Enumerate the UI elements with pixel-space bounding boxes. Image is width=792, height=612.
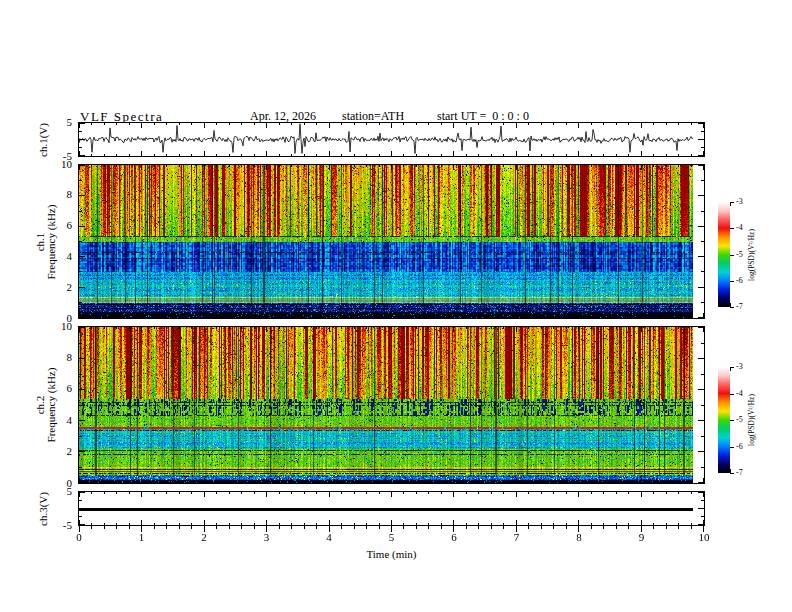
y-tick-label: 10: [38, 320, 72, 332]
x-tick-label: 0: [67, 531, 91, 543]
ch1-colorbar-gradient: [718, 202, 730, 307]
ch2-spectrogram-panel: [78, 326, 705, 484]
colorbar-end-tick: [730, 469, 731, 473]
colorbar-tick-label: -7: [736, 302, 743, 311]
colorbar-tick-label: -5: [736, 415, 743, 424]
x-tick-label: 3: [255, 531, 279, 543]
colorbar-tick-label: -5: [736, 250, 743, 259]
y-tick-label: 2: [38, 445, 72, 457]
x-tick-label: 2: [192, 531, 216, 543]
y-tick-label: 6: [38, 382, 72, 394]
y-tick-label: 8: [38, 188, 72, 200]
colorbar-end-tick: [730, 303, 731, 307]
ch2-colorbar-axis-label: log(PSD)(V²/Hz): [747, 375, 757, 465]
ch1-spectrogram-panel: [78, 164, 705, 319]
colorbar-tick: [730, 394, 734, 395]
x-tick-label: 10: [692, 531, 716, 543]
ch1-spectrogram-canvas: [79, 165, 704, 318]
x-tick-label: 1: [130, 531, 154, 543]
x-tick-label: 5: [380, 531, 404, 543]
ch1-waveform-panel: [78, 122, 705, 157]
colorbar-tick: [730, 281, 734, 282]
y-tick-label: 5: [38, 116, 72, 128]
colorbar-tick-label: -6: [736, 442, 743, 451]
colorbar-tick-label: -6: [736, 276, 743, 285]
ch3-waveform-panel: [78, 491, 705, 526]
ch2-axis-label-line2: Frequency (kHz): [46, 350, 57, 460]
ch2-frequency-axis-label: ch.2 Frequency (kHz): [35, 350, 57, 460]
colorbar-tick: [730, 473, 734, 474]
y-tick-label: 5: [38, 485, 72, 497]
ch2-colorbar-gradient: [718, 367, 730, 473]
colorbar-tick-label: -4: [736, 223, 743, 232]
ch3-waveform-canvas: [79, 492, 704, 525]
x-tick-label: 9: [630, 531, 654, 543]
colorbar-tick: [730, 307, 734, 308]
colorbar-tick: [730, 255, 734, 256]
colorbar-tick: [730, 420, 734, 421]
colorbar-tick-label: -3: [736, 362, 743, 371]
colorbar-tick-label: -3: [736, 197, 743, 206]
colorbar-tick: [730, 228, 734, 229]
colorbar-tick: [730, 447, 734, 448]
x-tick-label: 4: [317, 531, 341, 543]
time-axis-title: Time (min): [331, 548, 452, 560]
ch1-colorbar-axis-label: log(PSD)(V²/Hz): [747, 210, 757, 300]
y-tick-label: 4: [38, 250, 72, 262]
colorbar-end-tick: [730, 202, 731, 206]
ch2-spectrogram-canvas: [79, 327, 704, 483]
y-tick-label: -5: [38, 519, 72, 531]
y-tick-label: 8: [38, 351, 72, 363]
colorbar-end-tick: [730, 367, 731, 371]
y-tick-label: 2: [38, 281, 72, 293]
colorbar-tick-label: -4: [736, 389, 743, 398]
y-tick-label: 10: [38, 158, 72, 170]
colorbar-tick-label: -7: [736, 468, 743, 477]
vlf-spectra-figure: VLF Spectra Apr. 12, 2026 station=ATH st…: [0, 0, 792, 612]
y-tick-label: 4: [38, 414, 72, 426]
x-tick-label: 6: [442, 531, 466, 543]
x-tick-label: 8: [567, 531, 591, 543]
y-tick-label: 6: [38, 219, 72, 231]
x-tick-label: 7: [505, 531, 529, 543]
ch1-waveform-canvas: [79, 123, 704, 156]
